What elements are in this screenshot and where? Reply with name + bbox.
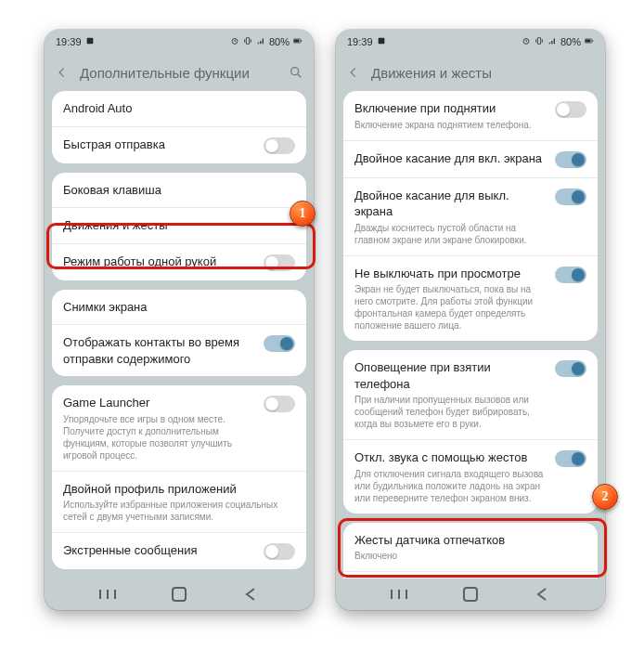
home-button[interactable] <box>167 582 191 606</box>
recents-button[interactable] <box>96 582 120 606</box>
row-title: Быстрая отправка <box>63 136 254 153</box>
badge-2: 2 <box>592 484 618 510</box>
row-title: Game Launcher <box>63 395 254 411</box>
settings-group: Жесты датчика отпечатковВключеноСнимок э… <box>343 523 598 578</box>
svg-point-6 <box>291 68 299 75</box>
row-title: Режим работы одной рукой <box>63 254 254 270</box>
home-button[interactable] <box>458 582 483 606</box>
settings-row[interactable]: Снимки экрана <box>52 290 306 325</box>
row-title: Двойное касание для вкл. экрана <box>354 150 546 167</box>
toggle[interactable] <box>555 101 586 118</box>
back-button[interactable] <box>54 64 71 81</box>
row-title: Движения и жесты <box>63 217 295 234</box>
row-title: Отображать контакты во время отправки со… <box>63 334 254 367</box>
settings-row[interactable]: Оповещение при взятии телефонаПри наличи… <box>343 350 598 439</box>
row-title: Откл. звука с помощью жестов <box>354 449 546 466</box>
row-title: Не выключать при просмотре <box>354 266 546 282</box>
header: Дополнительные функции <box>45 54 314 91</box>
svg-rect-5 <box>301 40 302 42</box>
toggle[interactable] <box>264 254 295 271</box>
signal-icon <box>256 36 265 47</box>
row-subtitle: При наличии пропущенных вызовов или сооб… <box>354 394 546 430</box>
settings-row[interactable]: Экстренные сообщения <box>52 532 306 569</box>
navbar <box>45 578 314 610</box>
settings-row[interactable]: Двойное касание для вкл. экрана <box>343 140 598 177</box>
back-nav-button[interactable] <box>530 582 554 606</box>
signal-icon <box>547 36 557 47</box>
settings-row[interactable]: Включение при поднятииВключение экрана п… <box>343 91 598 140</box>
content-scroll[interactable]: Включение при поднятииВключение экрана п… <box>336 91 605 578</box>
row-subtitle: Упорядочьте все игры в одном месте. Полу… <box>63 413 254 462</box>
statusbar: 19:39 80% <box>336 30 605 54</box>
settings-row[interactable]: Снимок экрана ладоньюЧтобы сделать снимо… <box>343 571 598 578</box>
toggle[interactable] <box>264 543 295 560</box>
row-subtitle: Включено <box>354 550 586 562</box>
settings-group: Боковая клавишаДвижения и жестыРежим раб… <box>52 173 306 280</box>
settings-row[interactable]: Откл. звука с помощью жестовДля отключен… <box>343 439 598 514</box>
battery-icon <box>293 36 303 47</box>
settings-row[interactable]: Движения и жесты <box>52 207 306 243</box>
svg-rect-4 <box>294 40 299 43</box>
search-button[interactable] <box>288 64 304 81</box>
toggle[interactable] <box>264 137 295 154</box>
content-scroll[interactable]: Android AutoБыстрая отправкаБоковая клав… <box>45 91 314 578</box>
svg-rect-12 <box>586 40 590 43</box>
toggle[interactable] <box>555 266 586 283</box>
row-title: Двойное касание для выкл. экрана <box>354 188 546 220</box>
settings-row[interactable]: Game LauncherУпорядочьте все игры в одно… <box>52 385 306 471</box>
vibrate-icon <box>243 36 252 47</box>
status-time: 19:39 <box>56 36 82 47</box>
toggle[interactable] <box>555 188 586 205</box>
settings-row[interactable]: Android Auto <box>52 91 306 126</box>
back-nav-button[interactable] <box>238 582 263 606</box>
settings-row[interactable]: Быстрая отправка <box>52 126 306 163</box>
settings-row[interactable]: Режим работы одной рукой <box>52 243 306 280</box>
row-title: Боковая клавиша <box>63 182 295 199</box>
row-title: Android Auto <box>63 100 295 117</box>
back-button[interactable] <box>345 64 362 81</box>
settings-row[interactable]: Двойной профиль приложенийИспользуйте из… <box>52 471 306 533</box>
row-subtitle: Для отключения сигнала входящего вызова … <box>354 468 546 504</box>
header: Движения и жесты <box>336 54 605 91</box>
row-title: Двойной профиль приложений <box>63 481 295 498</box>
svg-rect-8 <box>378 38 384 45</box>
settings-row[interactable]: Боковая клавиша <box>52 173 306 208</box>
toggle[interactable] <box>555 450 586 467</box>
svg-rect-7 <box>173 588 186 601</box>
row-subtitle: Включение экрана поднятием телефона. <box>354 119 546 131</box>
phone-right: 19:39 80% Движения и жесты Включение при… <box>336 30 605 610</box>
row-subtitle: Дважды коснитесь пустой области на главн… <box>354 222 546 246</box>
settings-group: Оповещение при взятии телефонаПри наличи… <box>343 350 598 514</box>
battery-icon <box>585 36 594 47</box>
row-title: Включение при поднятии <box>354 100 546 117</box>
settings-row[interactable]: Жесты датчика отпечатковВключено <box>343 523 598 572</box>
row-title: Оповещение при взятии телефона <box>354 359 546 392</box>
row-subtitle: Используйте избранные приложения социаль… <box>63 499 295 523</box>
toggle[interactable] <box>555 151 586 168</box>
row-title: Экстренные сообщения <box>63 542 254 559</box>
settings-group: Android AutoБыстрая отправка <box>52 91 306 163</box>
svg-rect-14 <box>464 588 477 601</box>
svg-rect-10 <box>537 38 540 45</box>
alarm-icon <box>230 36 239 47</box>
status-time: 19:39 <box>347 36 373 47</box>
settings-group: Снимки экранаОтображать контакты во врем… <box>52 290 306 377</box>
svg-rect-0 <box>86 38 93 45</box>
svg-rect-13 <box>592 40 593 42</box>
notif-icon <box>85 36 95 47</box>
notif-icon <box>377 36 386 47</box>
page-title: Движения и жесты <box>371 65 596 81</box>
toggle[interactable] <box>555 360 586 377</box>
settings-group: Включение при поднятииВключение экрана п… <box>343 91 598 341</box>
settings-row[interactable]: Не выключать при просмотреЭкран не будет… <box>343 255 598 342</box>
toggle[interactable] <box>264 396 295 412</box>
settings-group: Game LauncherУпорядочьте все игры в одно… <box>52 385 306 569</box>
toggle[interactable] <box>264 335 295 352</box>
row-title: Жесты датчика отпечатков <box>354 532 586 549</box>
statusbar: 19:39 80% <box>45 30 314 54</box>
settings-row[interactable]: Двойное касание для выкл. экранаДважды к… <box>343 177 598 255</box>
alarm-icon <box>522 36 531 47</box>
recents-button[interactable] <box>387 582 411 606</box>
settings-row[interactable]: Отображать контакты во время отправки со… <box>52 324 306 376</box>
svg-rect-2 <box>246 38 249 45</box>
